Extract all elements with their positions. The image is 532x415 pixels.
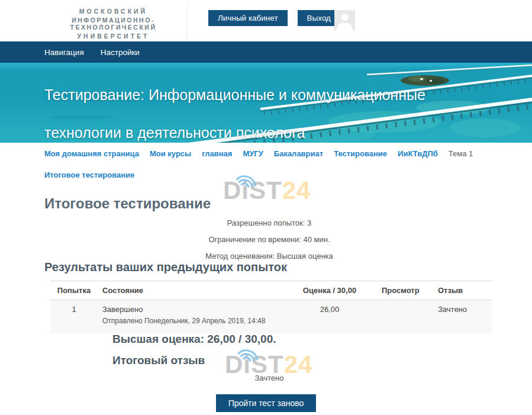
course-hero-banner: Тестирование: Информационные и коммуника… [0,63,532,143]
dist24-watermark: DiST24 [225,344,312,377]
breadcrumb-testing[interactable]: Тестирование [334,149,387,158]
user-silhouette-icon [334,10,355,31]
table-row: 1 Завершено Отправлено Понедельник, 29 А… [50,300,492,334]
header-attempt: Попытка [50,281,98,300]
header-feedback: Отзыв [433,281,492,300]
header-buttons: Личный кабинет Выход [208,10,340,26]
retake-button-container: Пройти тест заново [0,394,532,412]
final-feedback-value: Зачтено [44,374,494,382]
breadcrumb-mugu[interactable]: МУГУ [243,149,263,158]
page-title: Итоговое тестирование [44,195,211,212]
logo-line-1: МОСКОВСКИЙ [40,8,186,15]
personal-cabinet-button[interactable]: Личный кабинет [208,10,288,26]
attempts-table: Попытка Состояние Оценка / 30,00 Просмот… [50,281,492,333]
logo-line-3: УНИВЕРСИТЕТ [40,33,186,40]
breadcrumb-my-home[interactable]: Моя домашняя страница [44,149,139,158]
cell-review [377,300,433,334]
nav-item-navigation[interactable]: Навигация [44,48,84,57]
header-state: Состояние [98,281,282,300]
retake-quiz-button[interactable]: Пройти тест заново [216,394,317,412]
breadcrumb-my-courses[interactable]: Мои курсы [150,149,191,158]
wifi-arcs-icon [233,170,259,189]
dist24-watermark: DiST24 [223,170,311,203]
grading-method: Метод оценивания: Высшая оценка [44,252,494,260]
main-navbar: Навигация Настройки [0,41,532,63]
attempts-allowed: Разрешенно попыток: 3 [44,218,494,227]
nav-item-settings[interactable]: Настройки [101,48,140,57]
cell-grade: 26,00 [282,300,377,334]
table-header-row: Попытка Состояние Оценка / 30,00 Просмот… [50,281,492,300]
course-title: Тестирование: Информационные и коммуника… [44,76,446,143]
time-limit: Ограничение по времени: 40 мин. [44,235,494,244]
breadcrumb-bachelor[interactable]: Бакалавриат [274,149,323,158]
header-grade: Оценка / 30,00 [282,281,377,300]
logo-line-2: ИНФОРМАЦИОННО-ТЕХНОЛОГИЧЕСКИЙ [40,17,186,31]
header-review: Просмотр [377,281,433,300]
final-feedback-heading: Итоговый отзыв [112,354,205,367]
cell-feedback: Зачтено [433,300,492,334]
cell-state: Завершено Отправлено Понедельник, 29 Апр… [98,300,282,334]
state-label: Завершено [102,305,278,314]
breadcrumb-topic-1: Тема 1 [449,149,473,158]
site-header: МОСКОВСКИЙ ИНФОРМАЦИОННО-ТЕХНОЛОГИЧЕСКИЙ… [0,0,532,41]
results-heading: Результаты ваших предыдущих попыток [44,260,287,274]
breadcrumb-main[interactable]: главная [202,149,232,158]
breadcrumb-course-code[interactable]: ИиКТвДПб [398,149,438,158]
cell-attempt: 1 [50,300,98,334]
user-avatar[interactable] [334,10,355,31]
wifi-arcs-icon [234,344,260,363]
state-detail: Отправлено Понедельник, 29 Апрель 2019, … [102,317,278,325]
breadcrumb-final-test[interactable]: Итоговое тестирование [44,170,134,179]
